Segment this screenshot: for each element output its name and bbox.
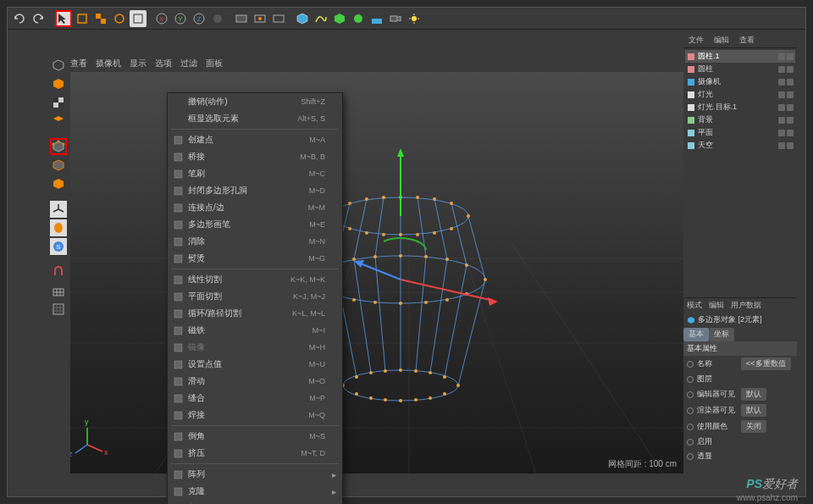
render-dot[interactable] xyxy=(787,91,794,98)
context-menu-item[interactable]: 磁铁M~I xyxy=(168,322,342,339)
hierarchy-item[interactable]: 背景 xyxy=(685,114,795,126)
context-menu-item[interactable]: 挤压M~T, D xyxy=(168,445,342,462)
context-menu-item[interactable]: 克隆▸ xyxy=(168,483,342,500)
tweak-mode-button[interactable] xyxy=(50,219,67,236)
context-menu-item[interactable]: 笔刷M~C xyxy=(168,165,342,182)
hierarchy-item[interactable]: 灯光.目标.1 xyxy=(685,101,795,114)
context-menu-item[interactable]: 撤销(动作)Shift+Z xyxy=(168,93,342,110)
attr-value[interactable]: 关闭 xyxy=(741,420,766,433)
context-menu-item[interactable]: 熨烫M~G xyxy=(168,250,342,267)
rotate-tool-button[interactable] xyxy=(111,10,128,27)
context-menu-item[interactable]: 阵列▸ xyxy=(168,466,342,483)
render-dot[interactable] xyxy=(787,142,794,149)
render-settings-button[interactable] xyxy=(270,10,287,27)
light-button[interactable] xyxy=(406,10,423,27)
recent-tool-button[interactable] xyxy=(130,10,147,27)
scale-tool-button[interactable] xyxy=(92,10,109,27)
hierarchy-item[interactable]: 摄像机 xyxy=(685,75,795,88)
environment-button[interactable] xyxy=(368,10,385,27)
attr-value[interactable]: 默认 xyxy=(741,388,766,401)
render-dot[interactable] xyxy=(787,117,794,124)
radio-icon[interactable] xyxy=(687,407,694,414)
camera-button[interactable] xyxy=(387,10,404,27)
hierarchy-item[interactable]: 圆柱.1 xyxy=(685,50,795,63)
edge-mode-button[interactable] xyxy=(50,157,67,174)
radio-icon[interactable] xyxy=(687,376,694,383)
visibility-dot[interactable] xyxy=(778,53,785,60)
polygon-mode-button[interactable] xyxy=(50,175,67,192)
hierarchy-item[interactable]: 圆柱 xyxy=(685,63,795,75)
menu-filter[interactable]: 过滤 xyxy=(180,58,197,73)
radio-icon[interactable] xyxy=(687,453,694,460)
radio-icon[interactable] xyxy=(687,361,694,368)
menu-options[interactable]: 选项 xyxy=(155,58,172,73)
cube-primitive-button[interactable] xyxy=(294,10,311,27)
attr-subtab-basic[interactable]: 基本 xyxy=(683,328,709,341)
tab-file[interactable]: 文件 xyxy=(683,33,709,47)
context-menu-item[interactable]: 封闭多边形孔洞M~D xyxy=(168,182,342,199)
context-menu-item[interactable]: 桥接M~B, B xyxy=(168,148,342,165)
generator-button[interactable] xyxy=(331,10,348,27)
workplane-button[interactable] xyxy=(50,113,67,130)
attr-subtab-coord[interactable]: 坐标 xyxy=(709,328,734,341)
hierarchy-item[interactable]: 天空 xyxy=(685,139,795,152)
context-menu-item[interactable]: 连接点/边M~M xyxy=(168,199,342,216)
radio-icon[interactable] xyxy=(687,391,694,398)
visibility-dot[interactable] xyxy=(778,104,785,111)
menu-camera[interactable]: 摄像机 xyxy=(96,58,121,73)
context-menu-item[interactable]: 消除M~N xyxy=(168,233,342,250)
hierarchy-item[interactable]: 灯光 xyxy=(685,88,795,101)
point-mode-button[interactable] xyxy=(50,138,67,155)
render-dot[interactable] xyxy=(787,66,794,73)
undo-button[interactable] xyxy=(11,10,28,27)
visibility-dot[interactable] xyxy=(778,142,785,149)
render-region-button[interactable] xyxy=(252,10,268,27)
viewport-solo-button[interactable]: S xyxy=(50,238,67,255)
make-editable-button[interactable] xyxy=(50,57,67,74)
context-menu-item[interactable]: 多边形画笔M~E xyxy=(168,216,342,233)
context-menu-item[interactable]: 断开连接...U~D, U~Shift+D▸ xyxy=(168,500,342,504)
redo-button[interactable] xyxy=(30,10,47,27)
menu-display[interactable]: 显示 xyxy=(130,58,147,73)
radio-icon[interactable] xyxy=(687,439,694,446)
attr-value[interactable]: 默认 xyxy=(741,404,766,417)
menu-view[interactable]: 查看 xyxy=(70,58,87,73)
visibility-dot[interactable] xyxy=(778,79,785,86)
context-menu-item[interactable]: 缝合M~P xyxy=(168,390,342,407)
spline-button[interactable] xyxy=(312,10,329,27)
attr-tab-mode[interactable]: 模式 xyxy=(683,298,705,312)
viewport-3d[interactable]: y x z 网格间距 : 100 cm xyxy=(70,72,685,474)
guide-snap-button[interactable] xyxy=(50,301,67,318)
visibility-dot[interactable] xyxy=(778,130,785,136)
visibility-dot[interactable] xyxy=(778,66,785,73)
z-axis-toggle[interactable]: Z xyxy=(191,10,207,27)
coord-toggle[interactable] xyxy=(209,10,226,27)
context-menu-item[interactable]: 循环/路径切割K~L, M~L xyxy=(168,305,342,322)
render-dot[interactable] xyxy=(787,130,794,136)
attr-tab-edit[interactable]: 编辑 xyxy=(705,298,727,312)
render-dot[interactable] xyxy=(787,53,794,60)
texture-mode-button[interactable] xyxy=(50,94,67,111)
context-menu-item[interactable]: 框显选取元素Alt+S, S xyxy=(168,110,342,127)
render-dot[interactable] xyxy=(787,79,794,86)
x-axis-toggle[interactable]: X xyxy=(153,10,170,27)
axis-toggle-button[interactable] xyxy=(50,201,67,218)
context-menu-item[interactable]: 设置点值M~U xyxy=(168,356,342,373)
context-menu-item[interactable]: 创建点M~A xyxy=(168,131,342,148)
workplane-snap-button[interactable] xyxy=(50,282,67,299)
select-tool-button[interactable] xyxy=(55,10,72,27)
y-axis-toggle[interactable]: Y xyxy=(172,10,189,27)
tab-view[interactable]: 查看 xyxy=(734,33,760,47)
render-dot[interactable] xyxy=(787,104,794,111)
render-view-button[interactable] xyxy=(233,10,250,27)
visibility-dot[interactable] xyxy=(778,91,785,98)
deformer-button[interactable] xyxy=(350,10,367,27)
hierarchy-item[interactable]: 平面 xyxy=(685,126,795,139)
move-tool-button[interactable] xyxy=(74,10,91,27)
radio-icon[interactable] xyxy=(687,424,694,430)
attr-value[interactable]: <<多重数值 xyxy=(741,357,791,370)
context-menu-item[interactable]: 倒角M~S xyxy=(168,428,342,445)
model-mode-button[interactable] xyxy=(50,75,67,92)
menu-panel[interactable]: 面板 xyxy=(206,58,223,73)
snap-toggle-button[interactable] xyxy=(50,263,67,280)
